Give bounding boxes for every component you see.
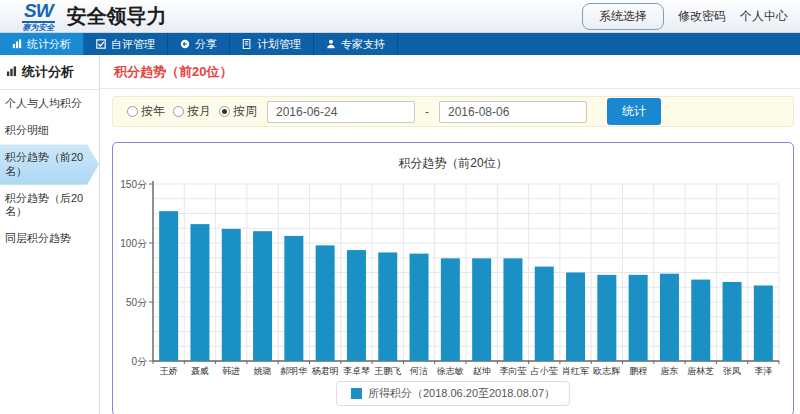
date-range-separator: - [425,105,429,119]
person-icon [326,39,336,49]
nav-tab-label: 分享 [195,37,217,52]
x-axis-label: 占小莹 [531,366,558,376]
header-actions: 系统选择 修改密码 个人中心 [582,3,788,30]
logo-sw-mark: SW [22,1,55,23]
svg-text:0分: 0分 [131,356,147,367]
x-axis-label: 唐林芝 [687,366,714,376]
bar-chart: 0分50分100分150分王娇聂威韩进姚璐郝明华杨君明李卓琴王鹏飞何洁徐志敏赵坤… [115,178,791,377]
bar[interactable] [597,275,616,361]
sidebar: 统计分析 个人与人均积分 积分明细 积分趋势（前20名） 积分趋势（后20名） … [0,55,100,414]
bar[interactable] [316,245,335,361]
x-axis-label: 鹏程 [629,366,647,376]
x-axis-label: 欧志辉 [593,366,620,376]
nav-tab-label: 专家支持 [341,37,385,52]
personal-center-link[interactable]: 个人中心 [740,8,788,25]
brand-logo[interactable]: SW 赛为安全 [22,1,55,32]
nav-tab-plan[interactable]: 计划管理 [230,33,314,55]
radio-by-week[interactable]: 按周 [219,103,257,120]
bar[interactable] [503,258,522,361]
statistics-submit-button[interactable]: 统计 [607,98,661,125]
bar[interactable] [190,224,209,361]
bar[interactable] [222,229,241,361]
start-date-input[interactable] [267,101,415,123]
bar[interactable] [347,250,366,361]
legend-label: 所得积分（2018.06.20至2018.08.07） [368,386,555,401]
legend-swatch [351,388,362,399]
sidebar-item-points-trend-bottom20[interactable]: 积分趋势（后20名） [0,185,99,225]
nav-tab-label: 计划管理 [257,37,301,52]
bar[interactable] [754,285,773,361]
change-password-link[interactable]: 修改密码 [678,8,726,25]
share-icon [180,39,190,49]
radio-by-month[interactable]: 按月 [173,103,211,120]
x-axis-label: 张凤 [723,366,741,376]
x-axis-label: 郝明华 [280,366,307,376]
sidebar-item-points-detail[interactable]: 积分明细 [0,117,99,144]
x-axis-label: 唐东 [660,366,678,376]
bar[interactable] [284,236,303,361]
x-axis-label: 杨君明 [312,366,339,376]
x-axis-label: 李泽 [754,366,772,376]
nav-tab-share[interactable]: 分享 [168,33,230,55]
bar[interactable] [441,258,460,361]
page: SW 赛为安全 安全领导力 系统选择 修改密码 个人中心 统计分析 自评管理 [0,0,800,414]
x-axis-label: 聂威 [191,366,209,376]
x-axis-label: 赵坤 [473,366,491,376]
app-title: 安全领导力 [67,3,167,30]
bar[interactable] [253,231,272,361]
chart-legend[interactable]: 所得积分（2018.06.20至2018.08.07） [336,381,570,406]
page-title: 积分趋势（前20位） [100,55,800,89]
main-content: 积分趋势（前20位） 按年 按月 按周 [100,55,800,414]
svg-text:50分: 50分 [126,297,147,308]
radio-label: 按年 [141,103,165,120]
nav-tab-statistics[interactable]: 统计分析 [0,33,84,55]
nav-tab-label: 统计分析 [27,37,71,52]
main-nav: 统计分析 自评管理 分享 计划管理 专家支持 [0,33,800,55]
nav-tab-expert[interactable]: 专家支持 [314,33,398,55]
x-axis-label: 李向莹 [499,366,526,376]
bar[interactable] [629,275,648,361]
radio-circle-icon [127,106,138,117]
bar[interactable] [378,252,397,361]
system-select-button[interactable]: 系统选择 [582,3,664,30]
app-header: SW 赛为安全 安全领导力 系统选择 修改密码 个人中心 [0,0,800,33]
sidebar-item-personal-average-points[interactable]: 个人与人均积分 [0,90,99,117]
x-axis-label: 韩进 [222,366,240,376]
radio-label: 按月 [187,103,211,120]
svg-text:100分: 100分 [120,238,147,249]
sidebar-item-points-trend-top20[interactable]: 积分趋势（前20名） [0,144,99,184]
sidebar-title: 统计分析 [0,55,99,90]
bar-chart-icon [6,65,17,80]
bar[interactable] [691,280,710,361]
bar[interactable] [566,273,585,362]
sidebar-item-same-level-trend[interactable]: 同层积分趋势 [0,225,99,252]
bar[interactable] [159,211,178,361]
x-axis-label: 王鹏飞 [374,366,401,376]
nav-tab-self-review[interactable]: 自评管理 [84,33,168,55]
bar[interactable] [535,267,554,361]
radio-circle-icon [219,106,230,117]
radio-circle-icon [173,106,184,117]
radio-by-year[interactable]: 按年 [127,103,165,120]
bar[interactable] [472,258,491,361]
filter-bar: 按年 按月 按周 - 统计 [112,96,794,127]
svg-text:150分: 150分 [120,179,147,190]
period-radio-group: 按年 按月 按周 [127,103,257,120]
chart-panel: 积分趋势（前20位） 0分50分100分150分王娇聂威韩进姚璐郝明华杨君明李卓… [112,142,794,414]
radio-label: 按周 [233,103,257,120]
x-axis-label: 徐志敏 [437,366,464,376]
bar-chart-icon [12,39,22,49]
bar[interactable] [410,254,429,361]
document-icon [242,39,252,49]
bar[interactable] [723,282,742,361]
x-axis-label: 姚璐 [254,366,272,376]
x-axis-label: 肖红军 [562,366,589,376]
x-axis-label: 王娇 [160,366,178,376]
logo-brand-text: 赛为安全 [22,24,54,32]
chart-title: 积分趋势（前20位） [113,155,793,172]
x-axis-label: 何洁 [409,366,428,376]
x-axis-label: 李卓琴 [343,366,370,376]
end-date-input[interactable] [439,101,587,123]
bar[interactable] [660,274,679,361]
sidebar-title-label: 统计分析 [22,63,74,81]
